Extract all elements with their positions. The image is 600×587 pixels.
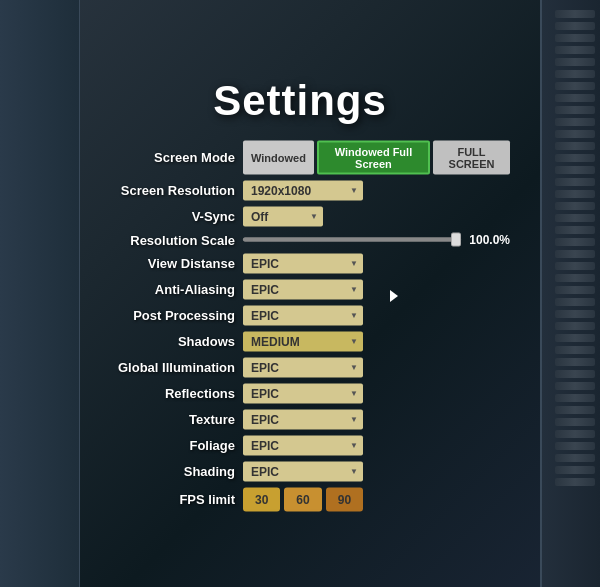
texture-dropdown[interactable]: EPICHIGHMEDIUMLOW bbox=[243, 409, 363, 429]
ridge bbox=[555, 262, 595, 270]
screen-resolution-dropdown-wrapper: 1920x1080 1280x720 2560x1440 bbox=[243, 180, 363, 200]
screen-resolution-control: 1920x1080 1280x720 2560x1440 bbox=[243, 180, 510, 200]
screen-mode-control: Windowed Windowed Full Screen FULL SCREE… bbox=[243, 140, 510, 174]
resolution-scale-thumb[interactable] bbox=[451, 233, 461, 247]
view-distance-dropdown[interactable]: EPICHIGHMEDIUMLOW bbox=[243, 253, 363, 273]
resolution-scale-control: 100.0% bbox=[243, 233, 510, 247]
btn-fps-60[interactable]: 60 bbox=[284, 487, 321, 511]
reflections-label: Reflections bbox=[90, 386, 235, 401]
resolution-scale-label: Resolution Scale bbox=[90, 232, 235, 247]
screen-resolution-dropdown[interactable]: 1920x1080 1280x720 2560x1440 bbox=[243, 180, 363, 200]
ridge bbox=[555, 478, 595, 486]
ridge bbox=[555, 94, 595, 102]
texture-label: Texture bbox=[90, 412, 235, 427]
post-processing-label: Post Processing bbox=[90, 308, 235, 323]
shadows-control: MEDIUMEPICHIGHLOW bbox=[243, 331, 510, 351]
ridge bbox=[555, 58, 595, 66]
shading-dropdown[interactable]: EPICHIGHMEDIUMLOW bbox=[243, 461, 363, 481]
ridge bbox=[555, 226, 595, 234]
settings-panel: Settings Screen Mode Windowed Windowed F… bbox=[90, 76, 510, 511]
view-distance-control: EPICHIGHMEDIUMLOW bbox=[243, 253, 510, 273]
post-processing-dropdown-wrapper: EPICHIGHMEDIUMLOW bbox=[243, 305, 363, 325]
ridge bbox=[555, 106, 595, 114]
ridge bbox=[555, 202, 595, 210]
anti-aliasing-row: Anti-Aliasing EPICHIGHMEDIUMLOW bbox=[90, 279, 510, 299]
global-illumination-row: Global Illumination EPICHIGHMEDIUMLOW bbox=[90, 357, 510, 377]
shading-label: Shading bbox=[90, 464, 235, 479]
ridge bbox=[555, 46, 595, 54]
ridge bbox=[555, 334, 595, 342]
ridge bbox=[555, 178, 595, 186]
btn-windowed[interactable]: Windowed bbox=[243, 140, 314, 174]
global-illumination-dropdown-wrapper: EPICHIGHMEDIUMLOW bbox=[243, 357, 363, 377]
reflections-dropdown-wrapper: EPICHIGHMEDIUMLOW bbox=[243, 383, 363, 403]
btn-full-screen[interactable]: FULL SCREEN bbox=[433, 140, 510, 174]
resolution-scale-track bbox=[243, 238, 461, 242]
shading-control: EPICHIGHMEDIUMLOW bbox=[243, 461, 510, 481]
resolution-scale-value: 100.0% bbox=[469, 233, 510, 247]
ridge bbox=[555, 406, 595, 414]
foliage-control: EPICHIGHMEDIUMLOW bbox=[243, 435, 510, 455]
resolution-scale-row: Resolution Scale 100.0% bbox=[90, 232, 510, 247]
shading-dropdown-wrapper: EPICHIGHMEDIUMLOW bbox=[243, 461, 363, 481]
settings-title: Settings bbox=[213, 76, 387, 124]
ridge bbox=[555, 142, 595, 150]
bg-left-panel bbox=[0, 0, 80, 587]
vsync-dropdown[interactable]: Off On bbox=[243, 206, 323, 226]
ridge bbox=[555, 346, 595, 354]
ridge bbox=[555, 382, 595, 390]
texture-row: Texture EPICHIGHMEDIUMLOW bbox=[90, 409, 510, 429]
ridge bbox=[555, 22, 595, 30]
ridge bbox=[555, 154, 595, 162]
post-processing-dropdown[interactable]: EPICHIGHMEDIUMLOW bbox=[243, 305, 363, 325]
global-illumination-dropdown[interactable]: EPICHIGHMEDIUMLOW bbox=[243, 357, 363, 377]
btn-fps-30[interactable]: 30 bbox=[243, 487, 280, 511]
view-distance-label: View Distanse bbox=[90, 256, 235, 271]
post-processing-control: EPICHIGHMEDIUMLOW bbox=[243, 305, 510, 325]
anti-aliasing-dropdown[interactable]: EPICHIGHMEDIUMLOW bbox=[243, 279, 363, 299]
ridge bbox=[555, 34, 595, 42]
fps-limit-control: 30 60 90 bbox=[243, 487, 510, 511]
post-processing-row: Post Processing EPICHIGHMEDIUMLOW bbox=[90, 305, 510, 325]
screen-mode-group: Windowed Windowed Full Screen FULL SCREE… bbox=[243, 140, 510, 174]
ridge bbox=[555, 454, 595, 462]
foliage-label: Foliage bbox=[90, 438, 235, 453]
ridge bbox=[555, 394, 595, 402]
ridge bbox=[555, 10, 595, 18]
foliage-row: Foliage EPICHIGHMEDIUMLOW bbox=[90, 435, 510, 455]
vsync-dropdown-wrapper: Off On bbox=[243, 206, 323, 226]
vsync-label: V-Sync bbox=[90, 209, 235, 224]
fps-limit-label: FPS limit bbox=[90, 492, 235, 507]
texture-control: EPICHIGHMEDIUMLOW bbox=[243, 409, 510, 429]
btn-fps-90[interactable]: 90 bbox=[326, 487, 363, 511]
btn-windowed-full-screen[interactable]: Windowed Full Screen bbox=[317, 140, 430, 174]
reflections-dropdown[interactable]: EPICHIGHMEDIUMLOW bbox=[243, 383, 363, 403]
resolution-scale-fill bbox=[243, 238, 461, 242]
ridge bbox=[555, 286, 595, 294]
ridge bbox=[555, 322, 595, 330]
texture-dropdown-wrapper: EPICHIGHMEDIUMLOW bbox=[243, 409, 363, 429]
shading-row: Shading EPICHIGHMEDIUMLOW bbox=[90, 461, 510, 481]
ridge bbox=[555, 310, 595, 318]
screen-mode-row: Screen Mode Windowed Windowed Full Scree… bbox=[90, 140, 510, 174]
view-distance-dropdown-wrapper: EPICHIGHMEDIUMLOW bbox=[243, 253, 363, 273]
reflections-control: EPICHIGHMEDIUMLOW bbox=[243, 383, 510, 403]
fps-limit-row: FPS limit 30 60 90 bbox=[90, 487, 510, 511]
ridge bbox=[555, 430, 595, 438]
anti-aliasing-dropdown-wrapper: EPICHIGHMEDIUMLOW bbox=[243, 279, 363, 299]
foliage-dropdown[interactable]: EPICHIGHMEDIUMLOW bbox=[243, 435, 363, 455]
ridge bbox=[555, 442, 595, 450]
foliage-dropdown-wrapper: EPICHIGHMEDIUMLOW bbox=[243, 435, 363, 455]
shadows-dropdown[interactable]: MEDIUMEPICHIGHLOW bbox=[243, 331, 363, 351]
bg-right-panel bbox=[540, 0, 600, 587]
shadows-row: Shadows MEDIUMEPICHIGHLOW bbox=[90, 331, 510, 351]
ridge bbox=[555, 250, 595, 258]
ridge bbox=[555, 190, 595, 198]
ridge bbox=[555, 166, 595, 174]
ridge bbox=[555, 418, 595, 426]
ridge bbox=[555, 466, 595, 474]
bg-ridges bbox=[555, 0, 595, 587]
shadows-dropdown-wrapper: MEDIUMEPICHIGHLOW bbox=[243, 331, 363, 351]
ridge bbox=[555, 298, 595, 306]
vsync-row: V-Sync Off On bbox=[90, 206, 510, 226]
